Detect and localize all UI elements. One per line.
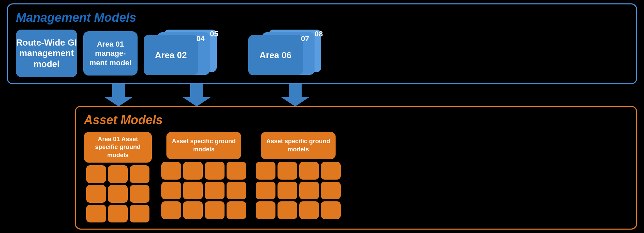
asset-small-grid-area06: [256, 162, 341, 219]
asset-group-area06: Asset specific ground models: [256, 132, 341, 219]
asset-small-grid-area02: [161, 162, 246, 219]
list-item: [183, 162, 203, 180]
list-item: [161, 182, 181, 199]
list-item: [278, 162, 297, 180]
management-title: Management Models: [16, 11, 628, 25]
asset-group-area06-label: Asset specific ground models: [261, 132, 336, 159]
list-item: [278, 182, 297, 199]
list-item: [86, 185, 106, 203]
list-item: [321, 162, 341, 180]
asset-box: Asset Models Area 01 Asset specific grou…: [75, 106, 637, 230]
arrow3: [281, 84, 309, 106]
list-item: [130, 165, 149, 183]
list-item: [205, 201, 225, 219]
list-item: [86, 165, 106, 183]
list-item: [227, 201, 246, 219]
list-item: [256, 162, 275, 180]
list-item: [161, 201, 181, 219]
asset-group-area02: Asset specific ground models: [161, 132, 246, 219]
arrow-row: [7, 84, 637, 106]
card-area01: Area 01 manage- ment model: [83, 31, 138, 76]
asset-group-area01: Area 01 Asset specific ground models: [84, 132, 152, 222]
card-area02-group: Area 02 04 05: [144, 30, 222, 77]
list-item: [161, 162, 181, 180]
list-item: [205, 182, 225, 199]
list-item: [299, 201, 319, 219]
list-item: [130, 205, 149, 222]
list-item: [227, 182, 246, 199]
arrows-svg: [7, 84, 637, 106]
list-item: [227, 162, 246, 180]
list-item: [321, 182, 341, 199]
list-item: [321, 201, 341, 219]
asset-title: Asset Models: [84, 113, 628, 127]
list-item: [256, 201, 275, 219]
list-item: [205, 162, 225, 180]
asset-groups: Area 01 Asset specific ground models: [84, 132, 628, 222]
list-item: [108, 165, 128, 183]
list-item: [278, 201, 297, 219]
arrow1: [105, 84, 132, 106]
list-item: [299, 182, 319, 199]
list-item: [86, 205, 106, 222]
asset-group-area02-label: Asset specific ground models: [166, 132, 241, 159]
arrow2: [183, 84, 211, 106]
list-item: [108, 185, 128, 203]
list-item: [299, 162, 319, 180]
card-route-wide: Route-Wide GI management model: [16, 30, 77, 77]
management-cards: Route-Wide GI management model Area 01 m…: [16, 30, 628, 77]
list-item: [183, 201, 203, 219]
management-box: Management Models Route-Wide GI manageme…: [7, 3, 637, 84]
main-container: Management Models Route-Wide GI manageme…: [7, 3, 637, 230]
asset-small-grid-area01: [86, 165, 149, 222]
asset-group-area01-label: Area 01 Asset specific ground models: [84, 132, 152, 163]
list-item: [256, 182, 275, 199]
list-item: [130, 185, 149, 203]
card-area06-group: Area 06 07 08: [248, 30, 326, 77]
list-item: [108, 205, 128, 222]
list-item: [183, 182, 203, 199]
